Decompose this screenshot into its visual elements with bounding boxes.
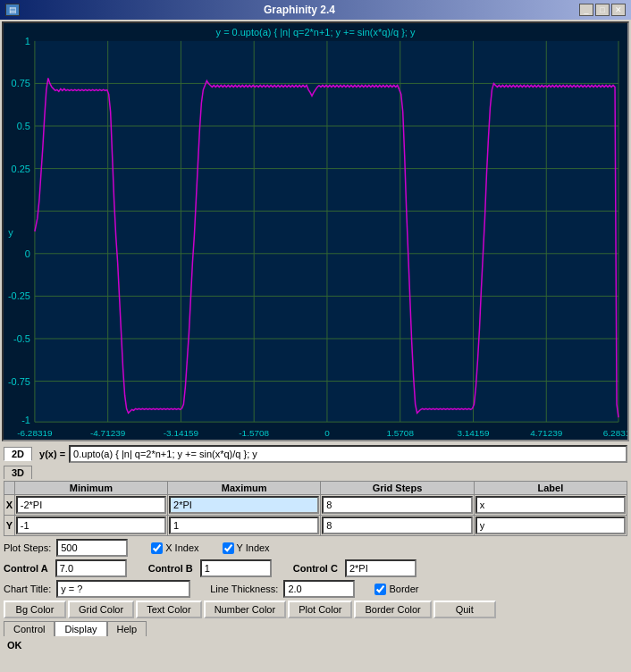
window-title: Graphinity 2.4 [20, 4, 579, 16]
svg-text:0.25: 0.25 [12, 164, 30, 174]
svg-text:-0.25: -0.25 [8, 290, 30, 301]
chart-title-label: Chart Title: [4, 584, 51, 594]
svg-text:0.5: 0.5 [17, 121, 30, 131]
quit-button[interactable]: Quit [433, 601, 496, 618]
y-label-cell [474, 516, 627, 536]
control-a-input[interactable] [55, 559, 127, 577]
window-icon: ▤ [5, 4, 20, 16]
graph-area: 1 0.75 0.5 0.25 0 -0.25 -0.5 -0.75 -1 y … [2, 21, 629, 441]
svg-text:1.5708: 1.5708 [386, 428, 414, 438]
line-thickness-label: Line Thickness: [210, 584, 278, 594]
title-bar-buttons: _ □ ✕ [579, 4, 626, 16]
close-button[interactable]: ✕ [611, 4, 626, 16]
col-header-gridsteps: Grid Steps [321, 482, 474, 495]
svg-text:0.75: 0.75 [12, 78, 30, 88]
status-text: OK [7, 640, 22, 651]
y-row: Y [4, 516, 627, 536]
border-color-button[interactable]: Border Color [354, 601, 431, 618]
x-row: X [4, 495, 627, 516]
y-label-input[interactable] [475, 517, 626, 534]
color-buttons-row: Bg Color Grid Color Text Color Number Co… [4, 601, 627, 618]
status-bar: OK [4, 638, 627, 652]
border-checkbox[interactable] [374, 584, 386, 595]
y-maximum-cell [168, 516, 321, 536]
col-header-empty [4, 482, 15, 495]
x-maximum-input[interactable] [169, 496, 319, 514]
x-minimum-cell [14, 495, 167, 516]
y-minimum-input[interactable] [16, 517, 166, 534]
x-gridsteps-cell [321, 495, 474, 516]
tab-3d[interactable]: 3D [4, 466, 32, 479]
text-color-button[interactable]: Text Color [136, 601, 202, 618]
plot-steps-label: Plot Steps: [4, 542, 51, 553]
svg-text:1: 1 [25, 36, 30, 46]
tab-control[interactable]: Control [4, 621, 55, 636]
formula-input[interactable] [69, 445, 627, 463]
x-minimum-input[interactable] [16, 496, 166, 514]
svg-text:y = 0.upto(a) { |n| q=2*n+1; y: y = 0.upto(a) { |n| q=2*n+1; y += sin(x*… [216, 27, 416, 38]
tab-help[interactable]: Help [107, 621, 147, 636]
control-a-label: Control A [4, 563, 48, 574]
minimize-button[interactable]: _ [579, 4, 593, 16]
plot-steps-input[interactable] [56, 539, 128, 557]
control-c-input[interactable] [345, 559, 416, 577]
control-b-label: Control B [148, 563, 193, 574]
col-header-label: Label [474, 482, 627, 495]
params-table: Minimum Maximum Grid Steps Label X Y [4, 481, 627, 536]
bottom-tabs: Control Display Help [4, 621, 627, 636]
y-index-checkbox[interactable] [223, 542, 234, 554]
x-label-cell [474, 495, 627, 516]
svg-text:-0.75: -0.75 [8, 376, 30, 387]
svg-text:-6.28319: -6.28319 [17, 428, 53, 438]
svg-text:0: 0 [25, 248, 30, 259]
svg-text:-4.71239: -4.71239 [90, 428, 126, 438]
bg-color-button[interactable]: Bg Color [4, 601, 66, 618]
formula-label-text: y(x) = [39, 449, 65, 459]
x-gridsteps-input[interactable] [322, 496, 472, 514]
svg-text:-1.5708: -1.5708 [239, 428, 269, 438]
control-abc-row: Control A Control B Control C [4, 559, 627, 577]
tab-2d[interactable]: 2D [4, 447, 32, 461]
svg-text:y: y [8, 227, 13, 238]
control-b-input[interactable] [200, 559, 272, 577]
x-index-checkbox[interactable] [151, 542, 163, 554]
svg-text:-1: -1 [21, 415, 30, 425]
maximize-button[interactable]: □ [595, 4, 610, 16]
title-bar: ▤ Graphinity 2.4 _ □ ✕ [0, 0, 631, 20]
y-axis-label: Y [4, 516, 15, 536]
x-index-checkbox-label: X Index [151, 542, 198, 554]
number-color-button[interactable]: Number Color [204, 601, 286, 618]
svg-text:0: 0 [324, 428, 330, 438]
svg-text:-0.5: -0.5 [13, 333, 30, 344]
line-thickness-input[interactable] [283, 580, 355, 598]
y-maximum-input[interactable] [169, 517, 319, 534]
control-c-label: Control C [293, 563, 338, 574]
col-header-maximum: Maximum [168, 482, 321, 495]
y-gridsteps-input[interactable] [322, 517, 472, 534]
y-index-checkbox-label: Y Index [223, 542, 270, 554]
svg-text:6.2831⁹: 6.2831⁹ [603, 428, 627, 438]
graph-svg: 1 0.75 0.5 0.25 0 -0.25 -0.5 -0.75 -1 y … [4, 23, 627, 440]
svg-text:3.14159: 3.14159 [457, 428, 489, 438]
y-minimum-cell [14, 516, 167, 536]
formula-row: 2D y(x) = [4, 445, 627, 463]
col-header-minimum: Minimum [14, 482, 167, 495]
grid-color-button[interactable]: Grid Color [68, 601, 134, 618]
x-axis-label: X [4, 495, 15, 516]
x-label-input[interactable] [475, 496, 626, 514]
plot-color-button[interactable]: Plot Color [288, 601, 352, 618]
svg-text:-3.14159: -3.14159 [164, 428, 199, 438]
tab-display[interactable]: Display [55, 621, 106, 636]
border-checkbox-label: Border [374, 584, 418, 595]
controls-area: 2D y(x) = 3D Minimum Maximum Grid Steps … [0, 443, 631, 654]
y-gridsteps-cell [321, 516, 474, 536]
svg-text:4.71239: 4.71239 [530, 428, 562, 438]
plot-steps-row: Plot Steps: X Index Y Index [4, 539, 627, 557]
x-maximum-cell [168, 495, 321, 516]
title-line-row: Chart Title: Line Thickness: Border [4, 580, 627, 598]
chart-title-input[interactable] [56, 580, 190, 598]
